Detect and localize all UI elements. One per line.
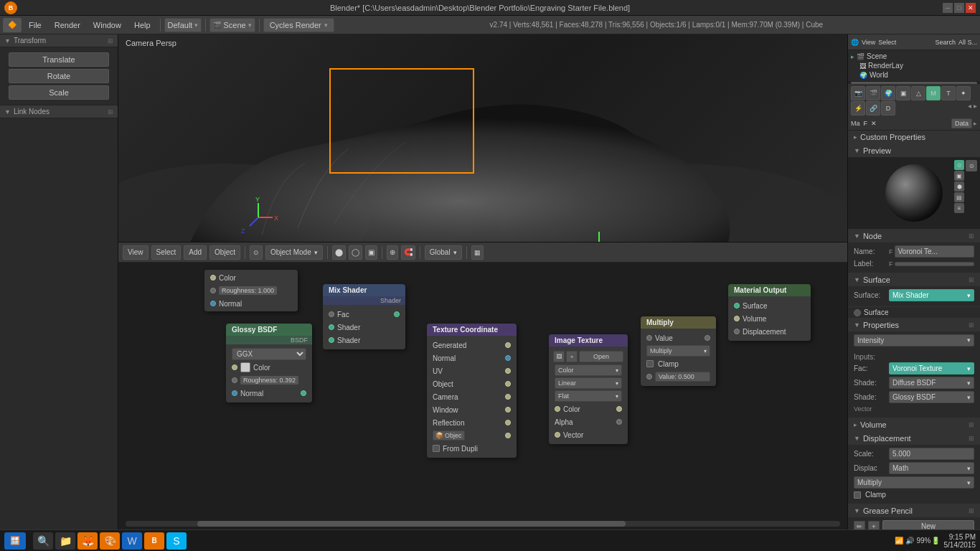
glossy-distribution[interactable]: GGX	[232, 348, 306, 360]
taskbar-word[interactable]: W	[122, 532, 142, 550]
image-tex-icon2[interactable]: +	[566, 351, 578, 362]
object-mode-icon[interactable]: ⊙	[250, 245, 263, 260]
viewport-solid-icon[interactable]: ⬤	[332, 245, 346, 260]
taskbar-folder[interactable]: 📁	[55, 532, 75, 550]
mat-subtab-ma[interactable]: Ma	[851, 120, 860, 127]
render-engine-selector[interactable]: Cycles Render ▾	[263, 18, 334, 32]
fac-dropdown[interactable]: Voronoi Texture ▾	[889, 362, 974, 375]
node-editor[interactable]: View Select Add Node ⬡ ⊙ 📌 Use Nodes Mat…	[118, 263, 847, 529]
object-mode-selector[interactable]: Object Mode ▾	[265, 245, 323, 260]
taskbar-skype[interactable]: S	[166, 532, 187, 550]
blender-menu-icon[interactable]: 🔶	[3, 18, 22, 32]
mat-subtab-f[interactable]: F	[862, 120, 870, 127]
minimize-button[interactable]: ─	[943, 3, 953, 13]
taskbar-firefox[interactable]: 🦊	[77, 532, 98, 550]
tab-constraints[interactable]: 🔗	[866, 101, 880, 116]
scale-button[interactable]: Scale	[9, 85, 109, 100]
layout-switcher[interactable]: Default ▾	[164, 18, 202, 32]
preview-btn-5[interactable]: ≡	[954, 203, 964, 213]
menu-file[interactable]: File	[23, 19, 47, 31]
node-texture-coordinate[interactable]: Texture Coordinate Generated Normal UV	[427, 324, 517, 458]
shade1-dropdown[interactable]: Diffuse BSDF ▾	[889, 377, 974, 389]
color-mode-field[interactable]: Color ▾	[555, 364, 622, 376]
preview-btn-4[interactable]: ▤	[954, 192, 964, 202]
surface-header[interactable]: ▼ Surface ⊞	[848, 273, 980, 286]
scale-field[interactable]: 5.000	[889, 448, 974, 460]
volume-header[interactable]: ▸ Volume ⊞	[848, 418, 980, 431]
viewport-wire-icon[interactable]: ◯	[349, 245, 362, 260]
pivot-icon[interactable]: ⊕	[387, 245, 398, 260]
view-menu[interactable]: View	[123, 245, 149, 260]
outliner-world-item[interactable]: 🌍 World	[851, 70, 977, 80]
node-glossy-bsdf[interactable]: Glossy BSDF BSDF GGX	[226, 324, 312, 402]
grease-layer-icon[interactable]: +	[868, 521, 880, 530]
tab-object[interactable]: ▣	[896, 86, 910, 100]
menu-window[interactable]: Window	[88, 19, 127, 31]
node-mix-shader[interactable]: Mix Shader Shader Fac Shader	[323, 284, 405, 349]
intensity-dropdown[interactable]: Intensity ▾	[854, 334, 974, 347]
taskbar-blender[interactable]: 🎨	[100, 532, 120, 550]
tab-render[interactable]: 📷	[851, 86, 865, 100]
node-label-field[interactable]	[895, 262, 975, 266]
preview-btn-3[interactable]: ⬢	[954, 182, 964, 192]
multiply-dropdown[interactable]: Multiply ▾	[854, 476, 974, 489]
layers-icon[interactable]: ▦	[471, 245, 484, 260]
grease-pencil-header[interactable]: ▼ Grease Pencil ⊞	[848, 504, 980, 517]
node-image-texture[interactable]: Image Texture 🖼 + Open Color ▾	[549, 334, 628, 444]
viewport-tex-icon[interactable]: ▣	[365, 245, 377, 260]
node-properties-header[interactable]: ▼ Node ⊞	[848, 230, 980, 242]
math-dropdown[interactable]: Math ▾	[889, 462, 974, 474]
outliner-renderlayer-item[interactable]: 🖼 RenderLay	[851, 61, 977, 70]
preview-active-icon[interactable]: ⊙	[966, 160, 977, 171]
mat-extra-btn[interactable]: ▸	[974, 120, 977, 127]
preview-header[interactable]: ▼ Preview	[848, 144, 980, 157]
rotate-button[interactable]: Rotate	[9, 69, 109, 83]
start-button[interactable]: 🪟	[4, 532, 26, 550]
surface-dropdown[interactable]: Mix Shader ▾	[889, 289, 974, 301]
tab-world[interactable]: 🌍	[881, 86, 895, 100]
shade2-dropdown[interactable]: Glossy BSDF ▾	[889, 391, 974, 403]
properties-header[interactable]: ▼ Properties ⊞	[848, 319, 980, 331]
tray-network[interactable]: 📶	[895, 537, 903, 545]
tab-particles[interactable]: ✦	[956, 86, 971, 100]
linear-field[interactable]: Linear ▾	[555, 377, 622, 389]
flat-field[interactable]: Flat ▾	[555, 390, 622, 402]
multiply-field[interactable]: Multiply ▾	[646, 345, 710, 357]
tab-data[interactable]: D	[881, 101, 895, 116]
object-menu[interactable]: Object	[209, 245, 240, 260]
clamp-checkbox[interactable]	[854, 491, 861, 499]
data-btn[interactable]: Data	[951, 118, 972, 128]
scene-switcher[interactable]: 🎬 Scene ▾	[209, 18, 255, 32]
image-open-button[interactable]: Open	[579, 351, 623, 362]
select-menu[interactable]: Select	[151, 245, 182, 260]
displacement-header[interactable]: ▼ Displacement ⊞	[848, 432, 980, 445]
tab-material[interactable]: M	[926, 86, 941, 100]
node-name-field[interactable]: Voronoi Te...	[895, 245, 975, 258]
global-selector[interactable]: Global ▾	[425, 245, 462, 260]
node-canvas[interactable]: Color Roughness: 1.000 Normal	[118, 263, 847, 529]
menu-render[interactable]: Render	[49, 19, 86, 31]
mat-subtab-x[interactable]: ✕	[871, 120, 877, 127]
close-button[interactable]: ✕	[966, 3, 976, 13]
tab-physics[interactable]: ⚡	[851, 101, 865, 116]
tab-mesh[interactable]: △	[911, 86, 925, 100]
maximize-button[interactable]: □	[954, 3, 964, 13]
node-scrollbar[interactable]	[126, 521, 840, 527]
menu-help[interactable]: Help	[128, 19, 156, 31]
grease-new-button[interactable]: New	[882, 520, 974, 529]
preview-btn-2[interactable]: ▣	[954, 171, 964, 181]
tab-scene[interactable]: 🎬	[866, 86, 880, 100]
image-tex-icon1[interactable]: 🖼	[553, 351, 565, 362]
mat-tab-left-arrow[interactable]: ◂	[968, 102, 971, 110]
add-menu[interactable]: Add	[184, 245, 207, 260]
outliner-scene-item[interactable]: ▸ 🎬 Scene	[851, 52, 977, 61]
custom-properties-header[interactable]: ▸ Custom Properties	[848, 131, 980, 143]
node-multiply[interactable]: Multiply Value Multiply ▾	[641, 316, 716, 386]
snap-icon[interactable]: 🧲	[401, 245, 415, 260]
viewport-3d[interactable]: X Y Z Camera Persp (1) Cube	[118, 34, 847, 242]
tab-texture[interactable]: T	[941, 86, 956, 100]
taskbar-search[interactable]: 🔍	[33, 532, 53, 550]
preview-btn-1[interactable]: ⊙	[954, 160, 964, 170]
translate-button[interactable]: Translate	[9, 52, 109, 67]
grease-pencil-icon[interactable]: ✏	[854, 521, 865, 530]
